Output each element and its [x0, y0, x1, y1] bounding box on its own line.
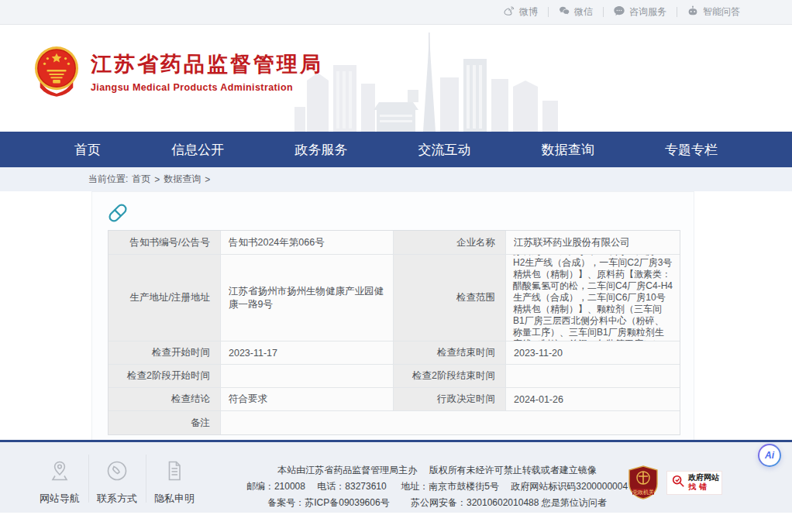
ai-assistant-label: Ai [759, 445, 780, 465]
footer-link-privacy[interactable]: 隐私申明 [146, 459, 203, 506]
main-nav: 首页 信息公开 政务服务 交流互动 数据查询 专题专栏 [0, 132, 792, 167]
privacy-doc-icon [163, 459, 186, 486]
footer-line-1: 本站由江苏省药品监督管理局主办 版权所有未经许可禁止转载或者建立镜像 [239, 462, 635, 479]
field-value-remarks [221, 411, 680, 434]
breadcrumb-data-query-link[interactable]: 数据查询 [164, 173, 201, 186]
wechat-icon [558, 5, 570, 19]
shield-badge-label: 党政机关 [632, 489, 654, 496]
brand-text: 江苏省药品监督管理局 Jiangsu Medical Products Admi… [91, 50, 323, 93]
record-table: 告知书编号/公告号 告知书2024年第066号 企业名称 江苏联环药业股份有限公… [108, 230, 680, 435]
breadcrumb-home-link[interactable]: 首页 [132, 173, 150, 186]
page: 微博 微信 咨询服务 [0, 0, 792, 532]
field-label-company-name: 企业名称 [394, 231, 506, 255]
footer-line-2: 邮编：210008 电话：83273610 地址：南京市鼓楼街5号 政府网站标识… [239, 479, 635, 495]
footer-quick-links: 网站导航 联系方式 [31, 459, 203, 506]
footer-link-sitemap-label: 网站导航 [40, 492, 80, 506]
field-label-notice-number: 告知书编号/公告号 [108, 231, 221, 255]
site-map-icon [48, 459, 71, 486]
field-value-inspection-start: 2023-11-17 [221, 342, 394, 365]
nav-item-gov-services[interactable]: 政务服务 [294, 141, 347, 159]
smart-qa-label: 智能问答 [703, 5, 740, 19]
breadcrumb: 当前位置: 首页 > 数据查询 > [0, 167, 792, 191]
breadcrumb-separator-2: > [205, 174, 210, 185]
weibo-link[interactable]: 微博 [493, 5, 548, 19]
top-utility-bar: 微博 微信 咨询服务 [0, 0, 792, 25]
consult-service-label: 咨询服务 [629, 5, 666, 19]
field-value-address: 江苏省扬州市扬州生物健康产业园健康一路9号 [221, 255, 394, 342]
field-value-company-name: 江苏联环药业股份有限公司 [506, 231, 680, 255]
site-header: 江苏省药品监督管理局 Jiangsu Medical Products Admi… [0, 26, 792, 132]
field-label-conclusion: 检查结论 [108, 388, 221, 411]
field-label-inspection-start: 检查开始时间 [108, 342, 221, 365]
error-report-badge-line1: 政府网站 [688, 473, 719, 482]
wechat-link[interactable]: 微信 [548, 5, 603, 19]
breadcrumb-prefix: 当前位置: [88, 173, 128, 186]
field-value-inspection-end: 2023-11-20 [506, 342, 680, 365]
pill-capsule-icon [106, 201, 129, 225]
footer-legal-text: 本站由江苏省药品监督管理局主办 版权所有未经许可禁止转载或者建立镜像 邮编：21… [239, 462, 635, 511]
breadcrumb-separator: > [154, 174, 160, 185]
field-value-phase2-start [221, 365, 394, 388]
field-label-remarks: 备注 [108, 411, 221, 434]
gov-site-error-report-badge[interactable]: 政府网站 找错 [666, 471, 722, 495]
national-emblem-logo [34, 46, 79, 97]
robot-icon [687, 5, 699, 19]
brand[interactable]: 江苏省药品监督管理局 Jiangsu Medical Products Admi… [34, 46, 323, 97]
site-title: 江苏省药品监督管理局 [91, 50, 323, 78]
site-subtitle: Jiangsu Medical Products Administration [91, 82, 323, 93]
field-label-phase2-end: 检查2阶段结束时间 [394, 365, 506, 388]
field-label-inspection-end: 检查结束时间 [394, 342, 506, 365]
field-value-decision-date: 2024-01-26 [506, 388, 680, 411]
field-label-address: 生产地址/注册地址 [108, 255, 221, 342]
nav-item-data-query[interactable]: 数据查询 [542, 141, 594, 159]
field-value-conclusion: 符合要求 [221, 388, 394, 411]
footer-link-contact-label: 联系方式 [97, 492, 137, 506]
nav-item-home[interactable]: 首页 [74, 141, 101, 159]
field-value-phase2-end [506, 365, 680, 388]
wechat-label: 微信 [574, 5, 593, 19]
field-value-inspection-scope: 原料药【曲克芦丁，一车间C2厂房C2-H2生产线（合成），一车间C2厂房3号精烘… [506, 255, 680, 342]
ai-assistant-button[interactable]: Ai [758, 444, 781, 467]
error-report-badge-text: 政府网站 找错 [688, 473, 719, 492]
error-report-badge-line2: 找错 [688, 482, 719, 492]
error-report-magnifier-icon [671, 474, 685, 491]
party-gov-shield-badge[interactable]: 党政机关 [628, 465, 659, 499]
consult-service-link[interactable]: 咨询服务 [603, 5, 677, 19]
footer-link-privacy-label: 隐私申明 [154, 492, 195, 506]
field-label-decision-date: 行政决定时间 [394, 388, 506, 411]
phone-icon [105, 459, 129, 486]
smart-qa-link[interactable]: 智能问答 [677, 5, 750, 19]
field-value-notice-number: 告知书2024年第066号 [221, 231, 394, 255]
weibo-icon [503, 5, 515, 19]
field-label-inspection-scope: 检查范围 [394, 255, 506, 342]
footer-link-contact[interactable]: 联系方式 [88, 459, 146, 506]
field-label-phase2-start: 检查2阶段开始时间 [108, 365, 221, 388]
chat-icon [613, 5, 625, 19]
footer-link-sitemap[interactable]: 网站导航 [31, 459, 88, 506]
nav-item-special-topics[interactable]: 专题专栏 [665, 141, 718, 159]
footer-badges: 党政机关 政府网站 找错 [628, 465, 722, 499]
footer-line-3: 备案号：苏ICP备09039606号 苏公网安备：32010602010488 … [239, 495, 635, 511]
record-detail-card: 告知书编号/公告号 告知书2024年第066号 企业名称 江苏联环药业股份有限公… [91, 191, 694, 440]
nav-item-interaction[interactable]: 交流互动 [418, 141, 471, 159]
site-footer: 网站导航 联系方式 [0, 440, 792, 513]
city-skyline-art [293, 33, 564, 132]
nav-item-info-disclosure[interactable]: 信息公开 [171, 141, 224, 159]
weibo-label: 微博 [519, 5, 538, 19]
